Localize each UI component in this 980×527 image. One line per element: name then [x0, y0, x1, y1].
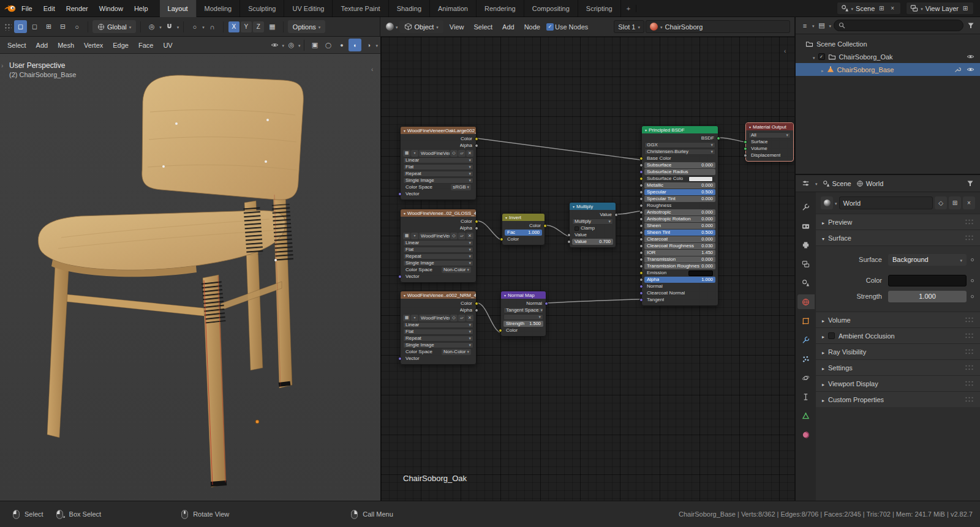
shading-rendered-icon[interactable]: ◑: [362, 39, 375, 51]
breadcrumb-world[interactable]: World: [856, 179, 884, 189]
color-space-dropdown[interactable]: sRGB: [451, 184, 471, 190]
workspace-tab[interactable]: Texture Paint: [333, 0, 388, 17]
shader-editor-icon[interactable]: [385, 22, 394, 32]
output-color[interactable]: Color: [505, 223, 542, 229]
node-input-row[interactable]: Base Color: [644, 155, 715, 162]
shading-wireframe-icon[interactable]: ◯: [322, 39, 334, 51]
viewport-menu-item[interactable]: Mesh: [53, 42, 79, 49]
material-datablock[interactable]: ChairSoborg: [646, 20, 790, 33]
eye-icon[interactable]: [965, 65, 975, 75]
input-socket[interactable]: [639, 237, 643, 241]
collapsed-panel[interactable]: Volume: [816, 312, 980, 327]
shading-solid-icon[interactable]: ●: [335, 39, 348, 51]
node-input-row[interactable]: Normal: [644, 283, 715, 290]
input-socket[interactable]: [639, 157, 643, 160]
value-socket[interactable]: [567, 233, 571, 237]
collapsed-panel[interactable]: Settings: [816, 359, 980, 375]
snap-individual-icon[interactable]: ▦: [266, 20, 279, 33]
input-socket[interactable]: [639, 231, 643, 234]
workspace-tab[interactable]: Rendering: [477, 0, 524, 17]
unlink-image-icon[interactable]: [466, 150, 473, 157]
uv-map-dropdown[interactable]: [503, 314, 543, 320]
chevron-down-icon[interactable]: [829, 22, 832, 29]
image-name[interactable]: WoodFineVene...: [419, 233, 450, 239]
color-space-dropdown[interactable]: Non-Color: [442, 349, 471, 355]
tab-modifiers[interactable]: [797, 332, 815, 347]
tab-world[interactable]: [797, 294, 815, 309]
tab-material[interactable]: [797, 427, 815, 442]
subsurface-method-dropdown[interactable]: Christensen-Burley: [644, 149, 715, 155]
node-input-row[interactable]: Clearcoat Roughness 0.030: [644, 243, 715, 249]
node-input-row[interactable]: Clearcoat 0.000: [644, 236, 715, 242]
output-color[interactable]: Color: [403, 136, 473, 142]
display-mode-icon[interactable]: ▤: [817, 21, 827, 31]
node-image-texture-nrm[interactable]: WoodFineVenee..e002_NRM_4K.jpg Color Alp…: [400, 291, 477, 365]
alpha-socket[interactable]: [475, 144, 478, 148]
unlink-image-icon[interactable]: [466, 315, 473, 321]
collapsed-panel[interactable]: Ambient Occlusion: [816, 327, 980, 343]
output-alpha[interactable]: Alpha: [403, 225, 473, 231]
node-input-row[interactable]: Anisotropic 0.000: [644, 209, 715, 215]
breadcrumb-scene[interactable]: Scene: [823, 179, 851, 189]
xray-toggle-icon[interactable]: ▣: [308, 39, 321, 51]
panel-drag-icon[interactable]: [965, 234, 974, 241]
input-color[interactable]: Color: [503, 327, 543, 334]
shader-menu-item[interactable]: Add: [497, 23, 519, 31]
node-input-row[interactable]: Surface: [748, 139, 791, 145]
alpha-socket[interactable]: [475, 308, 478, 312]
view-layer-selector[interactable]: View Layer ⊞: [906, 2, 974, 15]
select-lasso-tool-button[interactable]: ○: [70, 20, 83, 33]
panel-drag-icon[interactable]: [965, 380, 974, 387]
new-world-icon[interactable]: ⊞: [949, 196, 961, 209]
node-input-row[interactable]: Subsurface 0.000: [644, 162, 715, 168]
tab-render[interactable]: [797, 219, 815, 233]
node-input-row[interactable]: IOR 1.450: [644, 250, 715, 256]
node-input-row[interactable]: Tangent: [644, 297, 715, 303]
delete-scene-icon[interactable]: ×: [888, 5, 897, 12]
input-socket[interactable]: [639, 291, 643, 295]
shader-menu-item[interactable]: Node: [519, 23, 545, 31]
node-image-texture-col[interactable]: WoodFineVeneerOakLarge002_COL Color Alph…: [400, 126, 477, 200]
collapse-icon[interactable]: [404, 293, 405, 298]
region-expand-icon[interactable]: ‹: [784, 48, 786, 54]
node-header[interactable]: WoodFineVeneerOakLarge002_COL: [401, 127, 476, 134]
node-header[interactable]: WoodFineVenee..02_GLOSS_4K.jpg: [401, 209, 476, 217]
transform-orientation-dropdown[interactable]: Global: [92, 20, 136, 33]
output-normal[interactable]: Normal: [503, 301, 543, 307]
node-input-row[interactable]: Transmission 0.000: [644, 256, 715, 263]
node-material-output[interactable]: Material Output All Surface Volume: [745, 122, 794, 162]
image-selector[interactable]: WoodFineVene...: [403, 149, 473, 157]
collapsed-panel[interactable]: Custom Properties: [816, 391, 980, 407]
operation-dropdown[interactable]: Multiply: [572, 219, 613, 225]
collapsed-panel[interactable]: Ray Visibility: [816, 343, 980, 359]
chevron-down-icon[interactable]: [298, 42, 301, 48]
input-socket[interactable]: [639, 251, 643, 255]
input-socket[interactable]: [639, 298, 643, 302]
workspace-tab[interactable]: Modeling: [197, 0, 241, 17]
eye-icon[interactable]: [965, 52, 975, 62]
input-vector[interactable]: Vector: [403, 356, 473, 362]
tweak-tool-button[interactable]: ◻: [14, 20, 27, 33]
vector-socket[interactable]: [398, 275, 402, 278]
color-socket[interactable]: [475, 302, 478, 305]
source-dropdown[interactable]: Single Image: [403, 342, 473, 348]
node-image-texture-gloss[interactable]: WoodFineVenee..02_GLOSS_4K.jpg Color Alp…: [400, 209, 477, 283]
scene-selector[interactable]: Scene ⊞ ×: [837, 2, 902, 15]
filter-icon[interactable]: [965, 179, 975, 189]
menubar-item[interactable]: Window: [94, 0, 129, 17]
blender-logo-icon[interactable]: [4, 4, 16, 13]
output-bsdf[interactable]: BSDF: [644, 135, 715, 141]
node-input-row[interactable]: Sheen Tint 0.500: [644, 230, 715, 236]
node-header[interactable]: Normal Map: [501, 291, 546, 299]
workspace-tab[interactable]: Animation: [430, 0, 477, 17]
proportional-editing-icon[interactable]: ○: [188, 20, 201, 33]
shader-menu-item[interactable]: View: [445, 23, 469, 31]
distribution-dropdown[interactable]: GGX: [644, 142, 715, 148]
tool-grid-icon[interactable]: [4, 23, 12, 31]
tab-scene[interactable]: [797, 275, 815, 290]
mirror-axis-button[interactable]: Z: [253, 21, 264, 32]
browse-world-icon[interactable]: [821, 196, 833, 209]
output-color[interactable]: Color: [403, 219, 473, 225]
node-header[interactable]: WoodFineVenee..e002_NRM_4K.jpg: [401, 291, 476, 299]
add-workspace-button[interactable]: +: [621, 5, 636, 12]
